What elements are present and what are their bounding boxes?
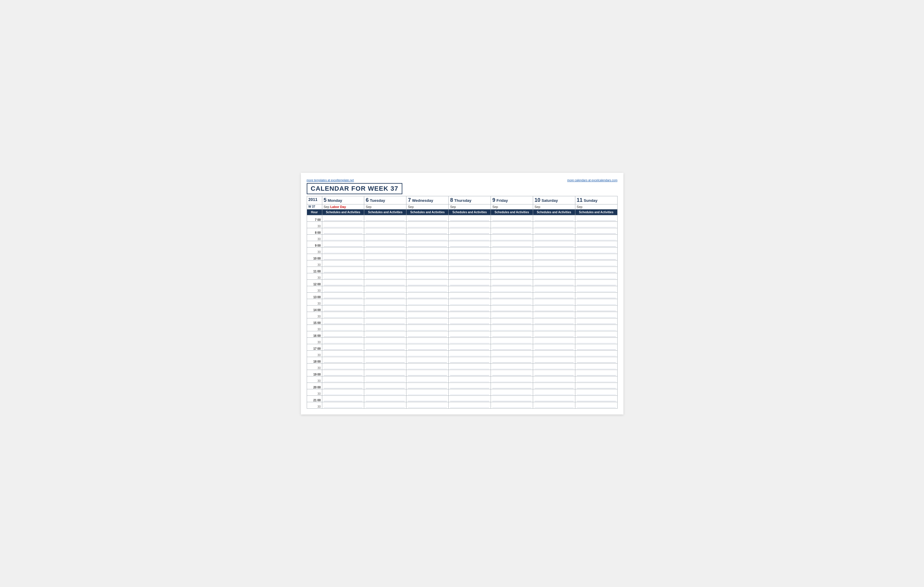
activity-cell-19-30-day4[interactable] xyxy=(491,376,533,383)
activity-cell-11-30-day4[interactable] xyxy=(491,273,533,280)
activity-cell-7-00-day4[interactable] xyxy=(491,215,533,222)
activity-cell-19-00-day2[interactable] xyxy=(406,370,449,376)
activity-cell-10-00-day3[interactable] xyxy=(449,254,491,260)
activity-cell-16-00-day6[interactable] xyxy=(575,331,617,337)
activity-cell-11-00-day2[interactable] xyxy=(406,266,449,273)
activity-cell-17-00-day2[interactable] xyxy=(406,344,449,350)
activity-cell-12-30-day4[interactable] xyxy=(491,286,533,292)
activity-cell-17-00-day4[interactable] xyxy=(491,344,533,350)
activity-cell-15-00-day3[interactable] xyxy=(449,318,491,324)
activity-cell-12-30-day2[interactable] xyxy=(406,286,449,292)
activity-cell-11-00-day4[interactable] xyxy=(491,266,533,273)
activity-cell-13-00-day6[interactable] xyxy=(575,292,617,299)
activity-cell-11-30-day5[interactable] xyxy=(533,273,575,280)
activity-cell-18-30-day1[interactable] xyxy=(364,363,406,370)
activity-cell-18-00-day5[interactable] xyxy=(533,357,575,363)
activity-cell-21-30-day4[interactable] xyxy=(491,402,533,408)
activity-cell-10-30-day4[interactable] xyxy=(491,260,533,266)
activity-cell-14-00-day0[interactable] xyxy=(322,305,364,312)
activity-cell-20-30-day2[interactable] xyxy=(406,389,449,395)
activity-cell-7-00-day2[interactable] xyxy=(406,215,449,222)
activity-cell-20-00-day4[interactable] xyxy=(491,383,533,389)
activity-cell-9-30-day5[interactable] xyxy=(533,247,575,254)
activity-cell-10-30-day2[interactable] xyxy=(406,260,449,266)
activity-cell-17-00-day1[interactable] xyxy=(364,344,406,350)
activity-cell-10-00-day6[interactable] xyxy=(575,254,617,260)
activity-cell-10-00-day0[interactable] xyxy=(322,254,364,260)
activity-cell-19-30-day0[interactable] xyxy=(322,376,364,383)
activity-cell-19-30-day3[interactable] xyxy=(449,376,491,383)
activity-cell-16-00-day3[interactable] xyxy=(449,331,491,337)
activity-cell-20-30-day6[interactable] xyxy=(575,389,617,395)
activity-cell-12-30-day3[interactable] xyxy=(449,286,491,292)
activity-cell-14-30-day5[interactable] xyxy=(533,312,575,318)
activity-cell-8-30-day3[interactable] xyxy=(449,234,491,241)
activity-cell-8-00-day1[interactable] xyxy=(364,228,406,234)
activity-cell-13-00-day3[interactable] xyxy=(449,292,491,299)
activity-cell-20-30-day3[interactable] xyxy=(449,389,491,395)
activity-cell-18-00-day4[interactable] xyxy=(491,357,533,363)
activity-cell-9-00-day4[interactable] xyxy=(491,241,533,247)
activity-cell-11-30-day2[interactable] xyxy=(406,273,449,280)
activity-cell-13-30-day4[interactable] xyxy=(491,299,533,305)
activity-cell-21-30-day3[interactable] xyxy=(449,402,491,408)
activity-cell-7-30-day4[interactable] xyxy=(491,222,533,228)
activity-cell-10-30-day5[interactable] xyxy=(533,260,575,266)
activity-cell-19-30-day6[interactable] xyxy=(575,376,617,383)
activity-cell-8-00-day6[interactable] xyxy=(575,228,617,234)
activity-cell-12-00-day2[interactable] xyxy=(406,280,449,286)
activity-cell-18-30-day2[interactable] xyxy=(406,363,449,370)
activity-cell-18-30-day6[interactable] xyxy=(575,363,617,370)
activity-cell-16-00-day2[interactable] xyxy=(406,331,449,337)
activity-cell-15-30-day1[interactable] xyxy=(364,324,406,331)
activity-cell-7-30-day2[interactable] xyxy=(406,222,449,228)
activity-cell-14-00-day2[interactable] xyxy=(406,305,449,312)
activity-cell-21-00-day2[interactable] xyxy=(406,395,449,402)
activity-cell-16-30-day4[interactable] xyxy=(491,337,533,344)
activity-cell-14-30-day6[interactable] xyxy=(575,312,617,318)
activity-cell-11-30-day1[interactable] xyxy=(364,273,406,280)
activity-cell-9-30-day4[interactable] xyxy=(491,247,533,254)
activity-cell-12-00-day5[interactable] xyxy=(533,280,575,286)
activity-cell-8-30-day4[interactable] xyxy=(491,234,533,241)
activity-cell-20-00-day1[interactable] xyxy=(364,383,406,389)
activity-cell-7-00-day1[interactable] xyxy=(364,215,406,222)
activity-cell-21-00-day6[interactable] xyxy=(575,395,617,402)
activity-cell-9-00-day1[interactable] xyxy=(364,241,406,247)
activity-cell-21-30-day1[interactable] xyxy=(364,402,406,408)
activity-cell-21-00-day0[interactable] xyxy=(322,395,364,402)
activity-cell-11-00-day1[interactable] xyxy=(364,266,406,273)
activity-cell-11-30-day6[interactable] xyxy=(575,273,617,280)
activity-cell-19-00-day4[interactable] xyxy=(491,370,533,376)
activity-cell-20-00-day5[interactable] xyxy=(533,383,575,389)
activity-cell-20-30-day0[interactable] xyxy=(322,389,364,395)
activity-cell-18-30-day5[interactable] xyxy=(533,363,575,370)
activity-cell-15-30-day3[interactable] xyxy=(449,324,491,331)
activity-cell-10-00-day1[interactable] xyxy=(364,254,406,260)
activity-cell-9-30-day0[interactable] xyxy=(322,247,364,254)
activity-cell-7-00-day0[interactable] xyxy=(322,215,364,222)
activity-cell-15-30-day4[interactable] xyxy=(491,324,533,331)
activity-cell-13-00-day4[interactable] xyxy=(491,292,533,299)
activity-cell-17-30-day5[interactable] xyxy=(533,350,575,357)
activity-cell-7-30-day3[interactable] xyxy=(449,222,491,228)
activity-cell-18-00-day1[interactable] xyxy=(364,357,406,363)
activity-cell-12-30-day6[interactable] xyxy=(575,286,617,292)
activity-cell-16-00-day4[interactable] xyxy=(491,331,533,337)
activity-cell-17-30-day0[interactable] xyxy=(322,350,364,357)
activity-cell-15-00-day5[interactable] xyxy=(533,318,575,324)
activity-cell-19-00-day5[interactable] xyxy=(533,370,575,376)
activity-cell-9-30-day3[interactable] xyxy=(449,247,491,254)
activity-cell-16-00-day0[interactable] xyxy=(322,331,364,337)
activity-cell-20-00-day0[interactable] xyxy=(322,383,364,389)
activity-cell-14-00-day5[interactable] xyxy=(533,305,575,312)
activity-cell-21-30-day2[interactable] xyxy=(406,402,449,408)
activity-cell-10-30-day3[interactable] xyxy=(449,260,491,266)
activity-cell-7-30-day6[interactable] xyxy=(575,222,617,228)
activity-cell-21-30-day5[interactable] xyxy=(533,402,575,408)
activity-cell-7-00-day5[interactable] xyxy=(533,215,575,222)
activity-cell-8-30-day2[interactable] xyxy=(406,234,449,241)
activity-cell-12-00-day4[interactable] xyxy=(491,280,533,286)
activity-cell-20-30-day5[interactable] xyxy=(533,389,575,395)
activity-cell-18-30-day0[interactable] xyxy=(322,363,364,370)
